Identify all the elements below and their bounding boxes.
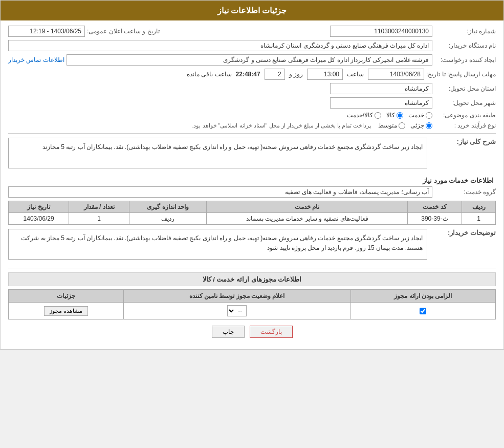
cell-date: 1403/06/29 xyxy=(9,213,69,225)
buyer-desc-value: ایجاد زیر ساخت گردشگری مجتمع خدمات رفاهی… xyxy=(8,229,427,260)
print-button[interactable]: چاپ xyxy=(212,326,245,338)
radio-service: خدمت xyxy=(408,112,432,119)
radio-service-input[interactable] xyxy=(426,112,432,119)
license-table-body: -- مشاهده مجوز xyxy=(9,303,496,319)
table-row: 1 ث-39-390 فعالیت‌های تصفیه و سایر خدمات… xyxy=(9,213,496,225)
creator-label: ایجاد کننده درخواست: xyxy=(434,56,496,63)
button-row: بازگشت چاپ xyxy=(8,326,496,338)
service-table: ردیف کد خدمت نام خدمت واحد اندازه گیری ت… xyxy=(8,201,496,225)
buyer-org-value: اداره کل میراث فرهنگی صنایع دستی و گردشگ… xyxy=(8,40,432,51)
category-row: طبقه بندی موضوعی: خدمت کالا کالا/خدمت xyxy=(8,112,496,119)
city-value: کرمانشاه xyxy=(330,97,432,109)
city-row: شهر محل تحویل: کرمانشاه xyxy=(8,97,496,109)
cell-row: 1 xyxy=(462,213,496,225)
need-number-label: شماره نیاز: xyxy=(434,28,496,35)
province-row: استان محل تحویل: کرمانشاه xyxy=(8,83,496,94)
announcement-value: 1403/06/25 - 12:19 xyxy=(8,26,85,37)
page-header: جزئیات اطلاعات نیاز xyxy=(1,1,503,20)
col-code: کد خدمت xyxy=(407,201,462,213)
category-label: طبقه بندی موضوعی: xyxy=(434,112,496,119)
purchase-type-radio-group: جزئی متوسط xyxy=(378,122,432,129)
col-details: جزئیات xyxy=(9,290,124,303)
service-group-row: گروه خدمت: آب رسانی؛ مدیریت پسماند، فاضل… xyxy=(8,186,496,198)
license-header-row: الزامی بودن ارائه مجوز اعلام وضعیت مجوز … xyxy=(9,290,496,303)
content: شماره نیاز: 1103003240000130 تاریخ و ساع… xyxy=(1,20,503,349)
col-row: ردیف xyxy=(462,201,496,213)
reply-time-label: ساعت xyxy=(347,71,364,78)
radio-partial-label: جزئی xyxy=(410,122,424,129)
creator-value: فرشته غلامی انجیرکی کاربرداز اداره کل می… xyxy=(67,54,432,66)
category-radio-group: خدمت کالا کالا/خدمت xyxy=(347,112,432,119)
back-button[interactable]: بازگشت xyxy=(250,326,293,338)
purchase-type-label: نوع فرآیند خرید : xyxy=(434,122,496,129)
license-required-cell xyxy=(350,303,495,319)
col-qty: تعداد / مقدار xyxy=(69,201,129,213)
radio-medium: متوسط xyxy=(378,122,405,129)
service-group-label: گروه خدمت: xyxy=(434,188,496,196)
need-number-row: شماره نیاز: 1103003240000130 تاریخ و ساع… xyxy=(8,26,496,37)
license-section-label: اطلاعات مجوزهای ارائه خدمت / کالا xyxy=(8,272,496,286)
service-table-header-row: ردیف کد خدمت نام خدمت واحد اندازه گیری ت… xyxy=(9,201,496,213)
radio-partial: جزئی xyxy=(410,122,432,129)
reply-deadline-row: مهلت ارسال پاسخ: تا تاریخ: 1403/06/28 سا… xyxy=(8,69,496,80)
service-table-body: 1 ث-39-390 فعالیت‌های تصفیه و سایر خدمات… xyxy=(9,213,496,225)
radio-partial-input[interactable] xyxy=(426,122,432,129)
radio-goods-service-label: کالا/خدمت xyxy=(347,112,373,119)
need-description-value: ایجاد زیر ساخت گردشگری مجتمع خدمات رفاهی… xyxy=(8,138,427,168)
contact-link[interactable]: اطلاعات تماس خریدار xyxy=(8,56,64,63)
license-row: -- مشاهده مجوز xyxy=(9,303,496,319)
province-label: استان محل تحویل: xyxy=(434,85,496,92)
col-name: نام خدمت xyxy=(207,201,407,213)
radio-goods-label: کالا xyxy=(386,112,395,119)
cell-code: ث-39-390 xyxy=(407,213,462,225)
cell-name: فعالیت‌های تصفیه و سایر خدمات مدیریت پسم… xyxy=(207,213,407,225)
view-license-button[interactable]: مشاهده مجوز xyxy=(44,306,88,316)
col-date: تاریخ نیاز xyxy=(9,201,69,213)
service-info-label: اطلاعات خدمات مورد نیاز xyxy=(8,177,496,184)
buyer-desc-label: توضیحات خریدار: xyxy=(429,229,496,237)
buyer-desc-row: توضیحات خریدار: ایجاد زیر ساخت گردشگری م… xyxy=(8,229,496,264)
need-number-value: 1103003240000130 xyxy=(330,26,432,37)
license-checkbox-wrapper xyxy=(355,308,491,314)
province-value: کرمانشاه xyxy=(330,83,432,94)
announcement-label: تاریخ و ساعت اعلان عمومی: xyxy=(87,28,160,35)
creator-row: ایجاد کننده درخواست: فرشته غلامی انجیرکی… xyxy=(8,54,496,66)
license-status-select[interactable]: -- xyxy=(227,305,247,316)
radio-goods-service-input[interactable] xyxy=(375,112,381,119)
page-title: جزئیات اطلاعات نیاز xyxy=(217,6,287,15)
radio-medium-input[interactable] xyxy=(399,122,405,129)
purchase-type-note: پرداخت تمام یا بخشی از مبلغ خریدار از مح… xyxy=(192,122,371,129)
radio-goods-input[interactable] xyxy=(397,112,403,119)
license-status-cell: -- xyxy=(123,303,350,319)
reply-date-value: 1403/06/28 xyxy=(368,69,424,80)
reply-deadline-label: مهلت ارسال پاسخ: تا تاریخ: xyxy=(426,71,496,78)
reply-remaining-value: 22:48:47 xyxy=(236,71,260,78)
need-description-label: شرح کلی نیاز: xyxy=(429,138,496,145)
license-table: الزامی بودن ارائه مجوز اعلام وضعیت مجوز … xyxy=(8,289,496,319)
license-detail-cell: مشاهده مجوز xyxy=(9,303,124,319)
city-label: شهر محل تحویل: xyxy=(434,99,496,106)
radio-goods-service: کالا/خدمت xyxy=(347,112,381,119)
col-unit: واحد اندازه گیری xyxy=(129,201,207,213)
radio-medium-label: متوسط xyxy=(378,122,397,129)
col-required: الزامی بودن ارائه مجوز xyxy=(350,290,495,303)
radio-service-label: خدمت xyxy=(408,112,424,119)
cell-qty: 1 xyxy=(69,213,129,225)
page-wrapper: جزئیات اطلاعات نیاز شماره نیاز: 11030032… xyxy=(0,0,504,350)
buyer-org-label: نام دستگاه خریدار: xyxy=(434,42,496,49)
radio-goods: کالا xyxy=(386,112,403,119)
license-table-head: الزامی بودن ارائه مجوز اعلام وضعیت مجوز … xyxy=(9,290,496,303)
divider-1 xyxy=(8,133,496,134)
reply-remaining-label: ساعت باقی مانده xyxy=(187,71,232,78)
buyer-org-row: نام دستگاه خریدار: اداره کل میراث فرهنگی… xyxy=(8,40,496,51)
cell-unit: ردیف xyxy=(129,213,207,225)
service-group-value: آب رسانی؛ مدیریت پسماند، فاضلاب و فعالیت… xyxy=(8,186,432,198)
need-description-row: شرح کلی نیاز: ایجاد زیر ساخت گردشگری مجت… xyxy=(8,138,496,173)
service-table-head: ردیف کد خدمت نام خدمت واحد اندازه گیری ت… xyxy=(9,201,496,213)
col-status: اعلام وضعیت مجوز توسط نامین کننده xyxy=(123,290,350,303)
license-required-checkbox[interactable] xyxy=(420,308,426,314)
purchase-type-row: نوع فرآیند خرید : جزئی متوسط پرداخت تمام… xyxy=(8,122,496,129)
reply-days-label: روز و xyxy=(289,71,303,78)
reply-days-value: 2 xyxy=(265,69,285,80)
reply-time-value: 13:00 xyxy=(307,69,343,80)
